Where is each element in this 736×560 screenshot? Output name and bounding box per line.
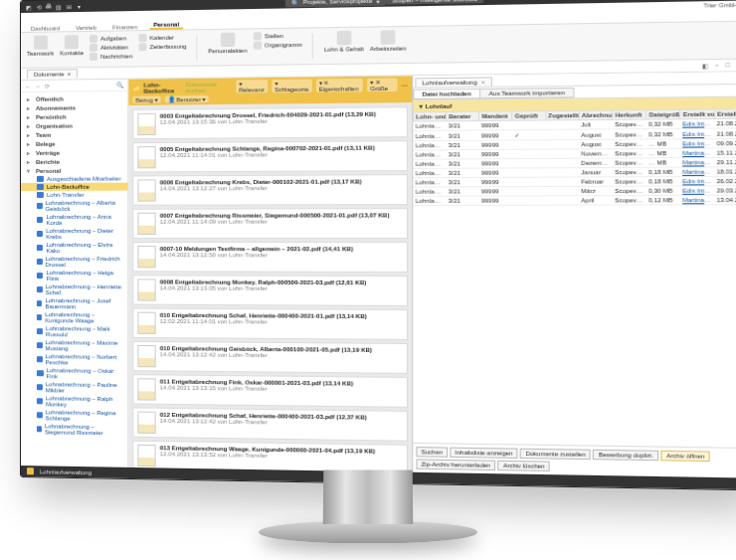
nav-refresh-icon[interactable]: ⟳ — [45, 83, 50, 90]
tree-item[interactable]: Lohnabrechnung – Dieter Krebs — [21, 227, 127, 241]
close-icon[interactable]: × — [68, 71, 72, 77]
ribbon-stellen[interactable]: Stellen — [254, 32, 302, 41]
action-button[interactable]: Bewerbung duplizi. — [593, 450, 658, 461]
global-search-1[interactable]: 🔍 Projekte, Serviceprojekte ▾ — [285, 0, 386, 7]
global-search-2[interactable]: Scopen – intelligente Suchfeld — [386, 0, 483, 5]
ribbon-aufgaben[interactable]: Aufgaben — [90, 34, 132, 43]
column-header[interactable]: Abrechnungsmonat — [579, 110, 613, 120]
tree-item[interactable]: Lohnabrechnung – Elvira Kako — [21, 241, 127, 255]
tree-item[interactable]: Lohnabrechnung – Helga Flink — [21, 269, 127, 282]
qat-icon[interactable]: ▾ — [75, 2, 83, 10]
tree-item[interactable]: Lohnabrechnung – Oskar Fink — [21, 366, 127, 381]
doc-thumb-icon — [137, 312, 155, 334]
doc-thumb-icon — [137, 378, 155, 400]
action-button[interactable]: Dokumente zustellen — [520, 449, 591, 461]
table-row[interactable]: Lohnlauf_2021_04_Testfirma – allgeme...3… — [413, 195, 736, 205]
filter-bezug[interactable]: Bezug ▾ — [132, 95, 160, 102]
column-header[interactable]: Berater — [446, 111, 478, 121]
more-icon[interactable]: ⋯ — [401, 81, 407, 88]
layout-icon[interactable]: − — [715, 62, 719, 69]
ribbon-nachrichten[interactable]: Nachrichten — [90, 52, 132, 61]
document-item[interactable]: 0007-10 Meldungen Testfirma – allgemein … — [132, 242, 407, 273]
doc-thumb-icon — [137, 345, 155, 367]
tree-item[interactable]: Lohnabrechnung – Henriette Schaf — [21, 282, 127, 296]
filter-schlagworte[interactable]: ▾ Schlagworte — [272, 80, 311, 93]
document-item[interactable]: 0007 Entgeltabrechnung Rissmeier, Siegem… — [132, 208, 407, 239]
column-header[interactable]: Herkunft — [613, 110, 646, 120]
ribbon-personalakten[interactable]: Personalakten — [208, 33, 247, 55]
breadcrumb[interactable]: Lohn-Backoffice — [143, 82, 181, 94]
tree-item[interactable]: Lohnabrechnung – Alberta Geisböck — [21, 199, 127, 213]
ribbon-organigramm[interactable]: Organigramm — [254, 41, 302, 50]
tree-item[interactable]: Lohnabrechnung – Maxime Mustang — [21, 338, 127, 353]
document-item[interactable]: 0003 Entgeltabrechnung Drossel, Friedric… — [132, 106, 407, 139]
filter-eigenschaften[interactable]: ▾ ✕ Eigenschaften — [316, 79, 363, 93]
ribbon-teamwork[interactable]: Teamwork — [27, 35, 54, 61]
layout-icon[interactable]: ◧ — [702, 62, 709, 69]
qat-icon[interactable]: ▥ — [55, 2, 63, 10]
folder-icon — [37, 231, 43, 237]
ribbon-zeiterfassung[interactable]: Zeiterfassung — [138, 43, 186, 52]
column-header[interactable]: Mandant — [479, 111, 512, 121]
tree-item[interactable]: Lohnabrechnung – Siegemund Rissmeier — [21, 422, 127, 438]
doctab-dokumente[interactable]: Dokumente× — [27, 69, 78, 79]
tree-item[interactable]: Lohnabrechnung – Kunigunde Waage — [21, 310, 127, 325]
column-header[interactable]: Zugestellt — [545, 110, 579, 120]
filter-benutzer[interactable]: 👤 Benutzer ▾ — [164, 95, 208, 103]
subtab-upload[interactable]: Datei hochladen — [413, 88, 480, 98]
doc-thumb-icon — [137, 213, 155, 235]
tree-item[interactable]: Lohnabrechnung – Maik Russold — [21, 324, 127, 339]
column-header[interactable]: Dateigröße — [646, 109, 680, 119]
subtab-import[interactable]: Aus Teamwork importieren — [479, 87, 574, 97]
search-input[interactable]: Dokumente suchen — [186, 81, 228, 93]
document-item[interactable]: 011 Entgeltabrechnung Fink, Oskar-000001… — [132, 374, 407, 408]
action-button[interactable]: Zip-Archiv herunterladen — [416, 459, 495, 470]
doc-meta: 14.04.2021 13:12:27 von Lohn-Transfer — [160, 184, 403, 191]
document-item[interactable]: 0008 Entgeltabrechnung Monkey, Ralph-000… — [132, 275, 407, 306]
layout-icon[interactable]: □ — [726, 62, 730, 69]
tree-item[interactable]: Lohnabrechnung – Josef Bauermann — [21, 296, 127, 311]
column-header[interactable]: Erstellt von — [680, 109, 714, 119]
filter-relevanz[interactable]: ▾ Relevanz — [236, 80, 268, 93]
lohnlauf-grid[interactable]: Lohn- und GehaltslaufBeraterMandantGeprü… — [413, 108, 736, 448]
tree-item[interactable]: Lohnabrechnung – Friedrich Drossel — [21, 255, 127, 269]
qat-icon[interactable]: ⟲ — [35, 3, 43, 11]
document-item[interactable]: 012 Entgeltabrechnung Schaf, Henriette-0… — [132, 407, 407, 441]
panel-tab[interactable]: Lohnlaufverwaltung — [415, 77, 492, 87]
column-header[interactable]: Lohn- und Gehaltslauf — [413, 112, 446, 122]
tab-dashboard[interactable]: Dashboard — [27, 25, 64, 32]
document-item[interactable]: 0006 Entgeltabrechnung Krebs, Dieter-000… — [132, 174, 407, 206]
document-item[interactable]: 010 Entgeltabrechnung Schaf, Henriette-0… — [132, 308, 407, 340]
ribbon-arbeitszeiten[interactable]: Arbeitszeiten — [370, 30, 406, 52]
action-button[interactable]: Suchen — [416, 447, 448, 458]
ribbon-aktivitaeten[interactable]: Aktivitäten — [90, 43, 132, 52]
tree-item[interactable]: Lohnabrechnung – Ralph Monkey — [21, 394, 127, 409]
folder-icon — [37, 203, 43, 209]
qat-icon[interactable]: ⊞ — [65, 2, 73, 10]
search-icon[interactable]: 🔍 — [116, 82, 123, 89]
tab-vertrieb[interactable]: Vertrieb — [72, 25, 100, 31]
tree-item[interactable]: Lohnabrechnung – Regina Schlange — [21, 408, 127, 423]
action-button[interactable]: Archiv löschen — [498, 461, 551, 471]
tree-item[interactable]: Lohnabrechnung – Anna Korda — [21, 213, 127, 227]
column-header[interactable]: Geprüft — [512, 111, 545, 121]
qat-icon[interactable]: 🖶 — [45, 2, 53, 10]
tree-item[interactable]: Lohnabrechnung – Norbert Peschke — [21, 352, 127, 367]
action-button[interactable]: Inhaltsliste anzeigen — [450, 448, 518, 459]
ribbon-kalender[interactable]: Kalender — [138, 33, 186, 42]
ribbon-kontakte[interactable]: Kontakte — [60, 35, 84, 61]
qat-icon[interactable]: ◩ — [25, 3, 33, 11]
ribbon-lohn-gehalt[interactable]: Lohn & Gehalt — [324, 31, 364, 53]
nav-fwd-icon[interactable]: → — [35, 83, 41, 89]
tab-personal[interactable]: Personal — [149, 21, 183, 30]
tree-item[interactable]: Lohnabrechnung – Pauline Mikbler — [21, 380, 127, 395]
nav-back-icon[interactable]: ← — [25, 83, 31, 89]
filter-groesse[interactable]: ▾ ✕ Größe — [367, 79, 397, 93]
document-item[interactable]: 010 Entgeltabrechnung Geisböck, Alberta-… — [132, 341, 407, 374]
column-header[interactable]: Erstellt am — [714, 109, 736, 119]
tree-section-personal[interactable]: ▾Personal — [21, 165, 127, 175]
calendar-icon — [138, 34, 146, 42]
document-item[interactable]: 0005 Entgeltabrechnung Schlange, Regina-… — [132, 140, 407, 172]
action-button[interactable]: Archiv öffnen — [661, 451, 710, 462]
tab-finanzen[interactable]: Finanzen — [108, 24, 141, 31]
